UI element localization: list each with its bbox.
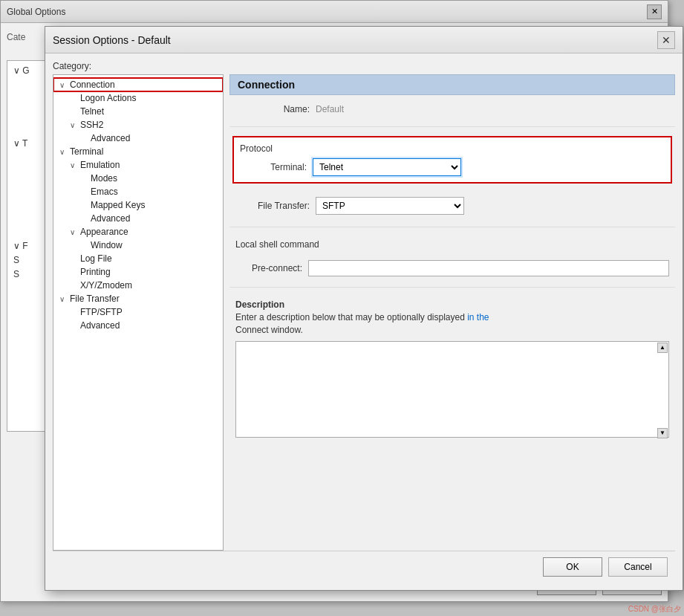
name-row: Name: Default bbox=[229, 101, 675, 117]
file-transfer-row: File Transfer: SFTP FTP Zmodem bbox=[229, 194, 675, 218]
separator-3 bbox=[229, 287, 675, 288]
terminal-advanced-label: Advanced bbox=[91, 213, 130, 224]
window-label: Window bbox=[91, 240, 123, 250]
tree-item-connection[interactable]: ∨ Connection bbox=[53, 78, 223, 91]
protocol-box: Protocol Terminal: Telnet SSH2 Serial TA… bbox=[232, 136, 672, 184]
tree-item-window[interactable]: Window bbox=[53, 239, 223, 252]
name-value: Default bbox=[316, 104, 344, 114]
emulation-toggle: ∨ bbox=[70, 161, 80, 169]
ssh2-advanced-label: Advanced bbox=[91, 133, 130, 143]
ssh2-toggle: ∨ bbox=[70, 121, 80, 129]
dialog-title: Session Options - Default bbox=[53, 34, 171, 46]
scroll-down-button[interactable]: ▼ bbox=[657, 428, 668, 438]
description-title: Description bbox=[235, 299, 669, 310]
description-text: Enter a description below that may be op… bbox=[235, 311, 669, 337]
emacs-label: Emacs bbox=[91, 187, 118, 197]
file-transfer-toggle: ∨ bbox=[59, 295, 70, 303]
tree-item-ft-advanced[interactable]: Advanced bbox=[53, 319, 223, 332]
desc-text-highlight: in the bbox=[467, 312, 489, 322]
global-options-titlebar: Global Options ✕ bbox=[1, 1, 668, 23]
tree-item-terminal-advanced[interactable]: Advanced bbox=[53, 212, 223, 225]
dialog-close-button[interactable]: ✕ bbox=[657, 31, 675, 49]
terminal-toggle: ∨ bbox=[59, 148, 70, 156]
session-options-dialog: Session Options - Default ✕ Category: ∨ … bbox=[45, 26, 683, 591]
modes-label: Modes bbox=[91, 173, 117, 184]
tree-item-ftp-sftp[interactable]: FTP/SFTP bbox=[53, 305, 223, 319]
dialog-titlebar: Session Options - Default ✕ bbox=[45, 27, 683, 54]
telnet-label: Telnet bbox=[80, 106, 104, 117]
file-transfer-label: File Transfer: bbox=[235, 201, 310, 211]
bg-category-label: Cate bbox=[7, 32, 25, 42]
tree-item-file-transfer[interactable]: ∨ File Transfer bbox=[53, 292, 223, 305]
terminal-label: Terminal bbox=[70, 146, 103, 157]
pre-connect-label: Pre-connect: bbox=[235, 263, 302, 273]
tree-item-modes[interactable]: Modes bbox=[53, 172, 223, 185]
global-options-title: Global Options bbox=[7, 7, 65, 17]
tree-item-emacs[interactable]: Emacs bbox=[53, 185, 223, 198]
ssh2-label: SSH2 bbox=[80, 120, 103, 130]
dialog-main: ∨ Connection Logon Actions Telnet ∨ SSH2 bbox=[53, 74, 675, 551]
terminal-label: Terminal: bbox=[240, 162, 307, 172]
tree-item-xyzmodem[interactable]: X/Y/Zmodem bbox=[53, 279, 223, 292]
log-file-label: Log File bbox=[80, 253, 112, 264]
section-header: Connection bbox=[229, 74, 675, 95]
name-label: Name: bbox=[235, 104, 310, 114]
pre-connect-row: Pre-connect: bbox=[229, 259, 675, 278]
mapped-keys-label: Mapped Keys bbox=[91, 200, 145, 210]
tree-item-emulation[interactable]: ∨ Emulation bbox=[53, 158, 223, 172]
tree-item-appearance[interactable]: ∨ Appearance bbox=[53, 225, 223, 239]
tree-item-logon-actions[interactable]: Logon Actions bbox=[53, 91, 223, 105]
tree-item-log-file[interactable]: Log File bbox=[53, 252, 223, 265]
file-transfer-label: File Transfer bbox=[70, 294, 120, 304]
logon-actions-label: Logon Actions bbox=[80, 93, 136, 103]
description-textarea[interactable] bbox=[235, 341, 669, 438]
ftp-sftp-label: FTP/SFTP bbox=[80, 307, 123, 317]
ok-button[interactable]: OK bbox=[543, 557, 602, 577]
watermark: CSDN @张白夕 bbox=[628, 604, 681, 615]
tree-item-ssh2-advanced[interactable]: Advanced bbox=[53, 132, 223, 145]
tree-item-terminal[interactable]: ∨ Terminal bbox=[53, 145, 223, 158]
category-label: Category: bbox=[53, 61, 675, 71]
connection-toggle: ∨ bbox=[59, 81, 70, 89]
terminal-dropdown-row: Terminal: Telnet SSH2 Serial TAPI Named … bbox=[240, 158, 665, 176]
printing-label: Printing bbox=[80, 267, 111, 277]
xyzmodem-label: X/Y/Zmodem bbox=[80, 280, 132, 291]
dialog-footer: OK Cancel bbox=[53, 551, 675, 583]
file-transfer-select[interactable]: SFTP FTP Zmodem bbox=[316, 197, 464, 215]
ft-advanced-label: Advanced bbox=[80, 320, 120, 331]
textarea-wrapper: ▲ ▼ bbox=[235, 341, 669, 440]
separator-1 bbox=[229, 126, 675, 127]
content-panel: Connection Name: Default Protocol Termin… bbox=[229, 74, 675, 551]
terminal-select[interactable]: Telnet SSH2 Serial TAPI Named Pipe bbox=[313, 158, 461, 176]
global-options-close-button[interactable]: ✕ bbox=[647, 4, 662, 19]
tree-item-telnet[interactable]: Telnet bbox=[53, 105, 223, 118]
tree-item-printing[interactable]: Printing bbox=[53, 265, 223, 279]
connection-label: Connection bbox=[70, 80, 115, 90]
cancel-button[interactable]: Cancel bbox=[608, 557, 668, 577]
tree-item-mapped-keys[interactable]: Mapped Keys bbox=[53, 198, 223, 212]
emulation-label: Emulation bbox=[80, 160, 120, 170]
tree-item-ssh2[interactable]: ∨ SSH2 bbox=[53, 118, 223, 132]
dialog-body: Category: ∨ Connection Logon Actions Tel… bbox=[45, 54, 683, 590]
tree-panel: ∨ Connection Logon Actions Telnet ∨ SSH2 bbox=[53, 74, 224, 551]
appearance-label: Appearance bbox=[80, 227, 128, 237]
protocol-title: Protocol bbox=[240, 143, 665, 154]
appearance-toggle: ∨ bbox=[70, 228, 80, 236]
local-shell-label: Local shell command bbox=[229, 236, 675, 253]
scroll-up-button[interactable]: ▲ bbox=[657, 343, 668, 353]
description-section: Description Enter a description below th… bbox=[229, 296, 675, 551]
pre-connect-input[interactable] bbox=[308, 260, 669, 276]
separator-2 bbox=[229, 227, 675, 227]
